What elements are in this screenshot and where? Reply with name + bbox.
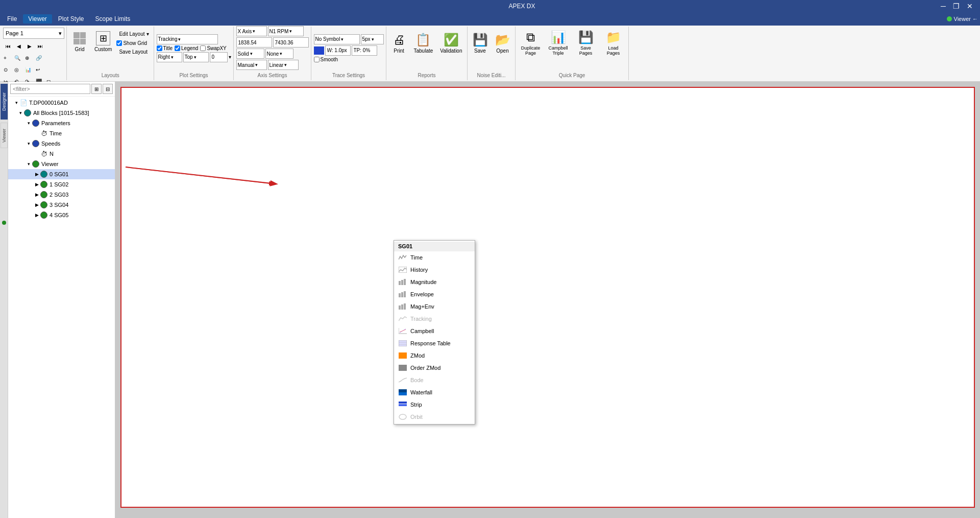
cm-item-history[interactable]: History	[394, 264, 475, 276]
main-area: Designer Viewer ⊞ ⊟ ▾ 📄 T.DP000016AD ▾ A…	[0, 82, 980, 518]
x-axis-dropdown[interactable]: X Axis	[236, 26, 267, 36]
save-button[interactable]: 💾 Save	[470, 28, 491, 58]
nav-prev-btn[interactable]: ◀	[14, 41, 24, 51]
orderzmod-icon	[398, 364, 407, 371]
viewer-tab[interactable]: Viewer	[1, 123, 8, 148]
tree-node-all-blocks[interactable]: ▾ All Blocks [1015-1583]	[8, 108, 115, 118]
trace-tp-input[interactable]	[352, 45, 377, 56]
designer-tab[interactable]: Designer	[1, 84, 8, 120]
validation-button[interactable]: ✅ Validation	[437, 28, 464, 58]
none-dropdown[interactable]: None	[265, 49, 293, 59]
tree-toggle-sg02[interactable]: ▶	[34, 181, 40, 187]
tree-toggle-speeds[interactable]: ▾	[26, 140, 32, 147]
solid-dropdown[interactable]: Solid	[236, 49, 264, 59]
menu-file[interactable]: File	[2, 14, 22, 23]
cm-item-magnitude[interactable]: Magnitude	[394, 276, 475, 288]
tree-toggle-viewer[interactable]: ▾	[26, 161, 32, 167]
tree-node-time[interactable]: ⏱ Time	[8, 128, 115, 138]
nav-end-btn[interactable]: ⏭	[35, 41, 45, 51]
trace-color-swatch[interactable]	[314, 46, 324, 55]
right-dropdown[interactable]: Right	[157, 52, 182, 62]
cm-item-magenv[interactable]: Mag+Env	[394, 300, 475, 313]
axis-max-input[interactable]	[273, 37, 309, 48]
cm-item-order-zmod[interactable]: Order ZMod	[394, 362, 475, 374]
no-symbol-dropdown[interactable]: No Symbol	[314, 34, 360, 44]
menu-scope-limits[interactable]: Scope Limits	[90, 14, 136, 23]
tree-node-root[interactable]: ▾ 📄 T.DP000016AD	[8, 98, 115, 108]
print-button[interactable]: 🖨 Print	[389, 28, 409, 58]
page-dropdown[interactable]: Page 1 ▾	[3, 28, 64, 39]
tree-toggle-sg05[interactable]: ▶	[34, 212, 40, 218]
tree-toggle-allblocks[interactable]: ▾	[17, 110, 23, 116]
cm-item-zmod[interactable]: ZMod	[394, 349, 475, 362]
cm-item-response-table[interactable]: Response Table	[394, 337, 475, 349]
tabulate-button[interactable]: 📋 Tabulate	[411, 28, 436, 58]
edit-layout-button[interactable]: Edit Layout ▾	[116, 29, 151, 39]
close-button[interactable]: ✕	[964, 0, 976, 12]
menu-viewer[interactable]: Viewer	[23, 14, 52, 23]
tree-node-sg05[interactable]: ▶ 4 SG05	[8, 210, 115, 220]
load-pages-button[interactable]: 📁 Load Pages	[601, 28, 626, 58]
manual-dropdown[interactable]: Manual	[236, 60, 267, 70]
plot-setting-value[interactable]	[210, 52, 228, 62]
history-icon	[398, 266, 407, 273]
tree-node-n[interactable]: ⏱ N	[8, 149, 115, 159]
tree-collapse-btn[interactable]: ⊟	[103, 84, 113, 94]
window-controls[interactable]: ─ ❐ ✕	[938, 0, 976, 12]
tool-btn-8[interactable]: ↩	[35, 64, 45, 75]
trace-width-input[interactable]	[325, 45, 351, 56]
tree-node-parameters[interactable]: ▾ Parameters	[8, 118, 115, 128]
tree-filter-input[interactable]	[10, 84, 90, 94]
tree-toggle-sg01[interactable]: ▶	[34, 171, 40, 177]
duplicate-page-button[interactable]: ⧉ Duplicate Page	[518, 28, 544, 58]
restore-button[interactable]: ❐	[950, 0, 963, 12]
tree-node-sg03[interactable]: ▶ 2 SG03	[8, 190, 115, 200]
tree-toggle-parameters[interactable]: ▾	[26, 120, 32, 126]
menu-plot-style[interactable]: Plot Style	[53, 14, 89, 23]
tree-node-sg04[interactable]: ▶ 3 SG04	[8, 200, 115, 210]
tree-label-time: Time	[50, 130, 62, 136]
tree-node-sg01[interactable]: ▶ 0 SG01	[8, 169, 115, 179]
tool-btn-4[interactable]: 🔗	[35, 53, 45, 63]
tree-node-speeds[interactable]: ▾ Speeds	[8, 138, 115, 149]
grid-button[interactable]: Grid	[69, 28, 90, 56]
swapxy-checkbox[interactable]	[200, 45, 206, 51]
title-checkbox[interactable]	[157, 45, 162, 51]
cm-item-campbell[interactable]: Campbell	[394, 325, 475, 337]
show-grid-checkbox[interactable]	[116, 40, 122, 46]
nav-start-btn[interactable]: ⏮	[3, 41, 13, 51]
save-layout-button[interactable]: Save Layout	[116, 47, 151, 57]
tracking-dropdown[interactable]: Tracking	[157, 34, 218, 44]
save-pages-button[interactable]: 💾 Save Pages	[573, 28, 599, 58]
cm-item-envelope[interactable]: Envelope	[394, 288, 475, 300]
tree-node-viewer[interactable]: ▾ Viewer	[8, 159, 115, 169]
tree-toggle-sg03[interactable]: ▶	[34, 192, 40, 198]
tool-btn-7[interactable]: 📊	[24, 64, 35, 75]
smooth-checkbox[interactable]	[314, 57, 320, 62]
tool-btn-3[interactable]: ⊕	[24, 53, 35, 63]
tool-btn-5[interactable]: ⊙	[3, 64, 13, 75]
tool-btn-6[interactable]: ◎	[14, 64, 24, 75]
layouts-label: Layouts	[69, 72, 152, 79]
tree-node-sg02[interactable]: ▶ 1 SG02	[8, 179, 115, 190]
open-button[interactable]: 📂 Open	[493, 28, 513, 58]
tree-expand-btn[interactable]: ⊞	[91, 84, 102, 94]
campbell-triple-button[interactable]: 📊 Campbell Triple	[546, 28, 571, 58]
cm-item-waterfall[interactable]: Waterfall	[394, 386, 475, 398]
cm-item-strip[interactable]: Strip	[394, 398, 475, 411]
tool-btn-2[interactable]: 🔍	[14, 53, 24, 63]
tool-btn-1[interactable]: +	[3, 53, 13, 63]
tree-toggle-sg04[interactable]: ▶	[34, 202, 40, 208]
5px-dropdown[interactable]: 5px	[361, 34, 384, 44]
top-dropdown[interactable]: Top	[183, 52, 209, 62]
axis-min-input[interactable]	[236, 37, 272, 48]
n1-rpm-dropdown[interactable]: N1 RPM	[268, 26, 304, 36]
minimize-button[interactable]: ─	[938, 0, 949, 12]
tree-toggle-root[interactable]: ▾	[13, 100, 19, 106]
legend-checkbox[interactable]	[175, 45, 180, 51]
svg-rect-20	[399, 365, 407, 371]
nav-next-btn[interactable]: ▶	[24, 41, 35, 51]
linear-dropdown[interactable]: Linear	[268, 60, 299, 70]
custom-button[interactable]: ⊞ Custom	[92, 28, 114, 56]
cm-item-time[interactable]: Time	[394, 251, 475, 264]
